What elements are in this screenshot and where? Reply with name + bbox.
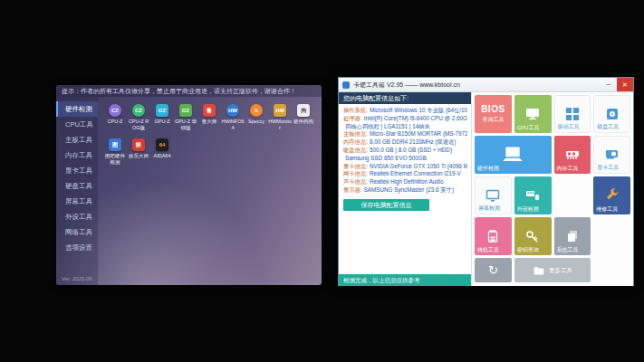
tool-speccy[interactable]: S Speccy — [245, 104, 268, 130]
sidebar-item-gpu-tools[interactable]: 显卡工具 — [56, 163, 98, 178]
sidebar-item-memory-tools[interactable]: 内存工具 — [56, 148, 98, 163]
tool-grid: CZ CPU-Z CZ CPU-Z ROG版 GZ GPU-Z GZ GPU-Z… — [98, 97, 322, 285]
info-row-os: 操作系统:Microsoft Windows 10 专业版 (64位/10240… — [343, 107, 467, 115]
info-panel-header: 您的电脑配置信息如下: — [339, 92, 471, 104]
tool-hardware-dog[interactable]: 狗 硬件狗狗 — [292, 104, 315, 130]
close-button[interactable]: ✕ — [617, 78, 633, 91]
tile-screen-test[interactable]: 屏幕检测 — [475, 176, 512, 214]
tile-disk-tools[interactable]: 硬盘工具 — [593, 95, 630, 133]
sidebar-item-settings[interactable]: 选项设置 — [56, 240, 98, 255]
sidebar-item-network-tools[interactable]: 网络工具 — [56, 224, 98, 240]
tile-gpu-tools[interactable]: 显卡工具 — [593, 136, 630, 174]
tile-system-tools[interactable]: 系统工具 — [554, 217, 591, 255]
disk-icon — [605, 107, 620, 121]
tuba-detect-icon: 图 — [109, 138, 121, 151]
battery-icon — [485, 229, 500, 243]
sidebar-item-hardware-detect[interactable]: 硬件检测 — [56, 101, 98, 117]
gpu-z-asus-icon: GZ — [179, 104, 192, 117]
keyboard-mouse-icon — [525, 188, 540, 203]
monitor-icon — [525, 107, 540, 121]
tile-memory-tools[interactable]: 内存工具 — [554, 136, 591, 174]
tool-ludashi[interactable]: 鲁 鲁大师 — [197, 104, 221, 130]
sidebar-item-cpu-tools[interactable]: CPU工具 — [56, 117, 98, 132]
tile-more-tools[interactable]: 更多工具 — [514, 258, 591, 282]
ludashi-icon: 鲁 — [203, 104, 216, 117]
wrench-icon — [605, 188, 620, 203]
aida64-icon: 64 — [156, 138, 168, 151]
folder-icon — [533, 264, 545, 277]
copy-icon — [565, 229, 580, 243]
status-bar: 检测完成，以上信息仅供参考 — [339, 274, 471, 286]
sidebar: 硬件检测 CPU工具 主板工具 内存工具 显卡工具 硬盘工具 屏幕工具 外设工具… — [56, 97, 98, 285]
info-row-memory: 内存信息:8.00 GB DDR4 2133MHz (双通道) — [343, 138, 467, 147]
app-icon — [342, 81, 350, 89]
tile-key-lookup[interactable]: 密钥查询 — [514, 217, 552, 255]
laptop-icon — [501, 146, 524, 164]
screen-icon — [485, 188, 500, 203]
system-info-panel: 您的电脑配置信息如下: 操作系统:Microsoft Windows 10 专业… — [339, 92, 472, 286]
speccy-icon: S — [250, 104, 263, 117]
hardware-dog-icon: 狗 — [297, 104, 310, 117]
tool-gpu-z-asus[interactable]: GZ GPU-Z 华硕版 — [174, 104, 197, 130]
tool-hwinfo[interactable]: HW HWiNFO64 — [221, 104, 245, 130]
tile-driver-tools[interactable]: 驱动工具 — [554, 95, 591, 133]
tool-cpu-z[interactable]: CZ CPU-Z — [103, 104, 127, 130]
sidebar-item-peripheral-tools[interactable]: 外设工具 — [56, 209, 98, 224]
info-row-cpu: 处理器:Intel(R) Core(TM) i5-6400 CPU @ 2.60… — [343, 115, 467, 123]
info-row-mainboard: 主板信息:Micro-Star B150M MORTAR (MS-7972) — [343, 130, 467, 138]
tile-repair-tools[interactable]: 维修工具 — [593, 176, 630, 214]
window-title: 卡硬工具箱 V2.95 —— www.kbtool.cn — [353, 81, 601, 90]
gpu-z-icon: GZ — [156, 104, 168, 117]
info-row-cpu-detail: 四核心四线程 | LGA1151 | 14纳米 — [343, 123, 467, 131]
tile-burn-in-tools[interactable]: 拷机工具 — [475, 217, 512, 255]
tool-tuba-detect[interactable]: 图 图吧硬件检测 — [103, 138, 127, 165]
kbtool-window: 卡硬工具箱 V2.95 —— www.kbtool.cn ─ ✕ 您的电脑配置信… — [338, 77, 634, 286]
tool-yule-master[interactable]: 娱 娱乐大师 — [127, 138, 150, 165]
tool-hwmonitor[interactable]: HM HWMonitor — [268, 104, 292, 130]
notice-bar: 提示：作者的所有工具仅做分享，禁止用于商业用途，请支持正版软件，谢谢合作！ — [56, 85, 322, 97]
tile-bios[interactable]: BIOS 查询工具 — [475, 95, 512, 133]
version-label: Ver. 2020.06 — [62, 276, 92, 281]
grid-icon — [565, 107, 580, 121]
hwinfo-icon: HW — [226, 104, 239, 117]
info-row-audio: 声卡信息:Realtek High Definition Audio — [343, 178, 467, 186]
info-row-gpu: 显卡信息:NVIDIA GeForce GTX 1050 Ti (4096 MB… — [343, 163, 467, 171]
sidebar-item-mainboard-tools[interactable]: 主板工具 — [56, 132, 98, 148]
tool-cpu-z-rog[interactable]: CZ CPU-Z ROG版 — [127, 104, 150, 130]
bios-label: BIOS — [481, 104, 505, 114]
tile-refresh[interactable]: ↻ — [475, 258, 512, 282]
ram-icon — [565, 148, 580, 162]
tile-hardware-detect[interactable]: 硬件检测 — [475, 136, 552, 174]
save-config-button[interactable]: 保存电脑配置信息 — [343, 199, 429, 211]
cpu-z-rog-icon: CZ — [132, 104, 145, 117]
tool-gpu-z[interactable]: GZ GPU-Z — [150, 104, 174, 130]
info-row-monitor: 显示器:SAMSUNG SyncMaster (23.6 英寸) — [343, 186, 467, 195]
sidebar-item-screen-tools[interactable]: 屏幕工具 — [56, 194, 98, 209]
tile-peripheral-test[interactable]: 外设检测 — [514, 176, 552, 214]
sidebar-item-disk-tools[interactable]: 硬盘工具 — [56, 178, 98, 194]
key-icon — [525, 229, 540, 243]
info-row-disk-detail: Samsung SSD 850 EVO 500GB — [343, 155, 467, 163]
gpu-icon — [605, 148, 620, 162]
cpu-z-icon: CZ — [109, 104, 121, 117]
toolbox-window: 提示：作者的所有工具仅做分享，禁止用于商业用途，请支持正版软件，谢谢合作！ 硬件… — [56, 85, 322, 285]
tile-grid: BIOS 查询工具 CPU工具 驱动工具 硬盘工具 硬件检测 内存工具 — [472, 92, 633, 286]
minimize-button[interactable]: ─ — [601, 78, 617, 91]
info-row-nic: 网卡信息:Realtek Ethernet Connection I219-V — [343, 170, 467, 178]
tile-cpu-tools[interactable]: CPU工具 — [514, 95, 552, 133]
info-row-disk: 硬盘信息:500.0 GB | 8.0 GB (SSD + HDD) — [343, 147, 467, 155]
yule-master-icon: 娱 — [132, 138, 145, 151]
hwmonitor-icon: HM — [274, 104, 286, 117]
titlebar: 卡硬工具箱 V2.95 —— www.kbtool.cn ─ ✕ — [339, 78, 633, 92]
refresh-icon: ↻ — [488, 264, 498, 276]
tool-aida64[interactable]: 64 AIDA64 — [150, 138, 174, 165]
